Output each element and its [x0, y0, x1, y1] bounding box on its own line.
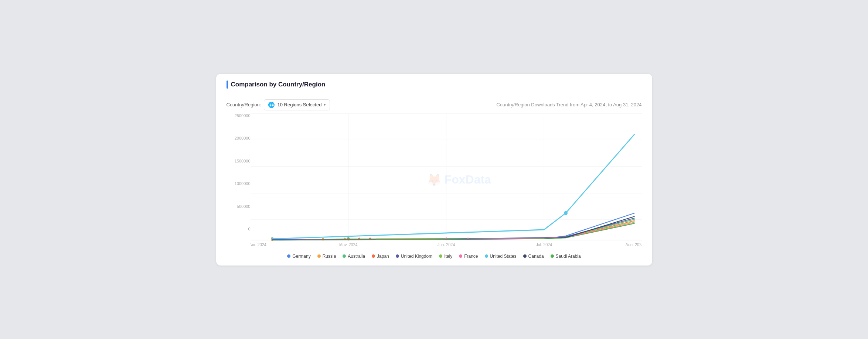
legend-label-france: France	[464, 254, 478, 259]
legend-label-saudi: Saudi Arabia	[556, 254, 581, 259]
y-label-2000000: 2000000	[227, 136, 251, 140]
legend-item-russia: Russia	[317, 254, 336, 259]
region-selector: Country/Region: 🌐 10 Regions Selected ▾	[227, 99, 330, 110]
legend-label-canada: Canada	[528, 254, 544, 259]
legend-dot-australia	[343, 254, 346, 258]
svg-point-15	[564, 211, 568, 215]
legend-label-australia: Australia	[348, 254, 365, 259]
legend-item-us: United States	[485, 254, 517, 259]
legend-label-us: United States	[490, 254, 517, 259]
region-selected-text: 10 Regions Selected	[277, 102, 321, 107]
legend-dot-france	[459, 254, 462, 258]
legend-row: Germany Russia Australia Japan United Ki…	[216, 250, 652, 266]
region-label: Country/Region:	[227, 102, 261, 107]
svg-text:Apr. 2024: Apr. 2024	[251, 242, 266, 246]
legend-dot-italy	[439, 254, 442, 258]
legend-dot-canada	[523, 254, 527, 258]
main-card: Comparison by Country/Region Country/Reg…	[216, 74, 652, 266]
y-label-1000000: 1000000	[227, 181, 251, 186]
legend-dot-us	[485, 254, 488, 258]
svg-text:May. 2024: May. 2024	[339, 242, 357, 246]
chart-svg: Apr. 2024 May. 2024 Jun. 2024 Jul. 2024 …	[251, 113, 642, 246]
legend-item-uk: United Kingdom	[396, 254, 432, 259]
legend-item-canada: Canada	[523, 254, 544, 259]
legend-label-italy: Italy	[444, 254, 452, 259]
legend-label-russia: Russia	[323, 254, 336, 259]
legend-dot-japan	[372, 254, 375, 258]
y-label-0: 0	[227, 227, 251, 231]
legend-label-japan: Japan	[377, 254, 389, 259]
legend-dot-saudi	[551, 254, 554, 258]
legend-item-italy: Italy	[439, 254, 452, 259]
legend-dot-uk	[396, 254, 399, 258]
chevron-down-icon: ▾	[324, 102, 326, 107]
chart-svg-wrapper: 🦊 FoxData Apr. 2024	[251, 113, 642, 246]
legend-dot-germany	[287, 254, 290, 258]
svg-text:Jul. 2024: Jul. 2024	[536, 242, 552, 246]
svg-text:Jun. 2024: Jun. 2024	[437, 242, 455, 246]
y-label-500000: 500000	[227, 204, 251, 209]
svg-point-26	[445, 237, 447, 240]
legend-item-japan: Japan	[372, 254, 389, 259]
card-title: Comparison by Country/Region	[231, 81, 326, 88]
y-axis: 2500000 2000000 1500000 1000000 500000 0	[227, 113, 251, 232]
legend-label-uk: United Kingdom	[401, 254, 432, 259]
trend-label: Country/Region Downloads Trend from Apr …	[496, 102, 641, 107]
globe-icon: 🌐	[268, 102, 275, 108]
blue-accent-bar	[227, 81, 228, 89]
region-dropdown[interactable]: 🌐 10 Regions Selected ▾	[264, 99, 330, 110]
legend-item-australia: Australia	[343, 254, 365, 259]
legend-item-saudi: Saudi Arabia	[551, 254, 581, 259]
legend-item-germany: Germany	[287, 254, 310, 259]
legend-label-germany: Germany	[292, 254, 310, 259]
controls-row: Country/Region: 🌐 10 Regions Selected ▾ …	[216, 94, 652, 113]
chart-area: 2500000 2000000 1500000 1000000 500000 0…	[216, 113, 652, 250]
legend-dot-russia	[317, 254, 321, 258]
y-label-2500000: 2500000	[227, 113, 251, 118]
svg-text:Aug. 2024: Aug. 2024	[625, 242, 641, 246]
card-header: Comparison by Country/Region	[216, 74, 652, 94]
title-bar: Comparison by Country/Region	[227, 81, 326, 89]
y-label-1500000: 1500000	[227, 159, 251, 163]
chart-container: 2500000 2000000 1500000 1000000 500000 0…	[227, 113, 642, 246]
legend-item-france: France	[459, 254, 478, 259]
